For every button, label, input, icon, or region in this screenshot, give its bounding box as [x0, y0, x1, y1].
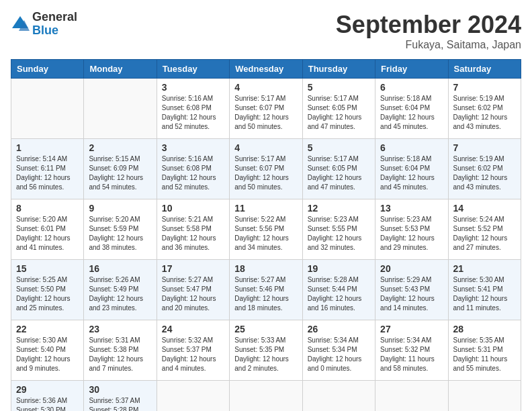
day-number: 14 [453, 203, 516, 214]
day-info: Sunrise: 5:20 AMSunset: 6:01 PMDaylight:… [16, 215, 79, 253]
day-number: 2 [89, 142, 151, 153]
day-info: Sunrise: 5:14 AMSunset: 6:11 PMDaylight:… [16, 154, 79, 192]
calendar-cell: 6Sunrise: 5:18 AMSunset: 6:04 PMDaylight… [375, 139, 448, 199]
day-info: Sunrise: 5:29 AMSunset: 5:43 PMDaylight:… [380, 275, 443, 313]
header-wednesday: Wednesday [230, 60, 302, 79]
calendar-cell [302, 381, 375, 412]
calendar-cell: 20Sunrise: 5:29 AMSunset: 5:43 PMDayligh… [375, 260, 448, 320]
day-info: Sunrise: 5:17 AMSunset: 6:07 PMDaylight:… [234, 154, 297, 192]
day-number: 11 [234, 203, 297, 214]
logo: General Blue [11, 11, 77, 38]
day-number: 4 [234, 82, 297, 93]
day-info: Sunrise: 5:25 AMSunset: 5:50 PMDaylight:… [16, 275, 79, 313]
calendar-cell: 9Sunrise: 5:20 AMSunset: 5:59 PMDaylight… [84, 199, 157, 260]
logo-text: General Blue [32, 11, 77, 38]
day-number: 15 [16, 263, 79, 274]
location: Fukaya, Saitama, Japan [336, 39, 521, 51]
day-info: Sunrise: 5:16 AMSunset: 6:08 PMDaylight:… [162, 94, 224, 132]
header-thursday: Thursday [302, 60, 375, 79]
calendar-cell: 2Sunrise: 5:15 AMSunset: 6:09 PMDaylight… [84, 139, 157, 199]
day-info: Sunrise: 5:23 AMSunset: 5:55 PMDaylight:… [308, 215, 370, 253]
day-info: Sunrise: 5:17 AMSunset: 6:07 PMDaylight:… [234, 94, 297, 132]
calendar-week-row: 15Sunrise: 5:25 AMSunset: 5:50 PMDayligh… [11, 260, 521, 320]
day-number: 19 [308, 263, 370, 274]
calendar-cell: 1Sunrise: 5:14 AMSunset: 6:11 PMDaylight… [11, 139, 84, 199]
calendar-cell: 5Sunrise: 5:17 AMSunset: 6:05 PMDaylight… [302, 139, 375, 199]
day-info: Sunrise: 5:17 AMSunset: 6:05 PMDaylight:… [308, 154, 370, 192]
day-number: 9 [89, 203, 151, 214]
day-info: Sunrise: 5:20 AMSunset: 5:59 PMDaylight:… [89, 215, 151, 253]
calendar-cell [11, 79, 84, 139]
calendar-cell: 30Sunrise: 5:37 AMSunset: 5:28 PMDayligh… [84, 381, 157, 412]
day-number: 10 [162, 203, 224, 214]
calendar-cell: 12Sunrise: 5:23 AMSunset: 5:55 PMDayligh… [302, 199, 375, 260]
calendar-cell: 6Sunrise: 5:18 AMSunset: 6:04 PMDaylight… [375, 79, 448, 139]
logo-general: General [32, 11, 77, 24]
calendar-cell: 13Sunrise: 5:23 AMSunset: 5:53 PMDayligh… [375, 199, 448, 260]
calendar-cell: 14Sunrise: 5:24 AMSunset: 5:52 PMDayligh… [448, 199, 521, 260]
calendar-cell: 27Sunrise: 5:34 AMSunset: 5:32 PMDayligh… [375, 320, 448, 381]
day-info: Sunrise: 5:17 AMSunset: 6:05 PMDaylight:… [308, 94, 370, 132]
calendar-cell: 29Sunrise: 5:36 AMSunset: 5:30 PMDayligh… [11, 381, 84, 412]
day-number: 4 [234, 142, 297, 153]
calendar-cell: 11Sunrise: 5:22 AMSunset: 5:56 PMDayligh… [230, 199, 302, 260]
day-number: 1 [16, 142, 79, 153]
calendar-cell [375, 381, 448, 412]
day-info: Sunrise: 5:19 AMSunset: 6:02 PMDaylight:… [453, 94, 516, 132]
day-info: Sunrise: 5:35 AMSunset: 5:31 PMDaylight:… [453, 336, 516, 373]
day-number: 7 [453, 142, 516, 153]
day-info: Sunrise: 5:31 AMSunset: 5:38 PMDaylight:… [89, 336, 151, 373]
calendar-cell: 16Sunrise: 5:26 AMSunset: 5:49 PMDayligh… [84, 260, 157, 320]
calendar-cell [448, 381, 521, 412]
day-info: Sunrise: 5:34 AMSunset: 5:34 PMDaylight:… [308, 336, 370, 373]
calendar-cell: 18Sunrise: 5:27 AMSunset: 5:46 PMDayligh… [230, 260, 302, 320]
day-info: Sunrise: 5:22 AMSunset: 5:56 PMDaylight:… [234, 215, 297, 253]
day-number: 13 [380, 203, 443, 214]
day-number: 23 [89, 324, 151, 334]
calendar-cell: 4Sunrise: 5:17 AMSunset: 6:07 PMDaylight… [230, 139, 302, 199]
calendar-cell: 7Sunrise: 5:19 AMSunset: 6:02 PMDaylight… [448, 79, 521, 139]
day-info: Sunrise: 5:19 AMSunset: 6:02 PMDaylight:… [453, 154, 516, 192]
day-info: Sunrise: 5:18 AMSunset: 6:04 PMDaylight:… [380, 154, 443, 192]
day-number: 18 [234, 263, 297, 274]
header-friday: Friday [375, 60, 448, 79]
calendar-table: Sunday Monday Tuesday Wednesday Thursday… [11, 59, 521, 411]
day-number: 3 [162, 82, 224, 93]
day-info: Sunrise: 5:37 AMSunset: 5:28 PMDaylight:… [89, 396, 151, 411]
day-number: 7 [453, 82, 516, 93]
calendar-week-row: 1Sunrise: 5:14 AMSunset: 6:11 PMDaylight… [11, 139, 521, 199]
calendar-cell: 8Sunrise: 5:20 AMSunset: 6:01 PMDaylight… [11, 199, 84, 260]
calendar-cell: 28Sunrise: 5:35 AMSunset: 5:31 PMDayligh… [448, 320, 521, 381]
calendar-cell: 5Sunrise: 5:17 AMSunset: 6:05 PMDaylight… [302, 79, 375, 139]
day-number: 30 [89, 384, 151, 395]
logo-blue: Blue [32, 24, 77, 38]
day-number: 22 [16, 324, 79, 334]
day-number: 20 [380, 263, 443, 274]
day-number: 6 [380, 82, 443, 93]
day-number: 17 [162, 263, 224, 274]
calendar-cell: 24Sunrise: 5:32 AMSunset: 5:37 PMDayligh… [157, 320, 229, 381]
days-header-row: Sunday Monday Tuesday Wednesday Thursday… [11, 60, 521, 79]
calendar-cell: 17Sunrise: 5:27 AMSunset: 5:47 PMDayligh… [157, 260, 229, 320]
calendar-cell [230, 381, 302, 412]
header-sunday: Sunday [11, 60, 84, 79]
day-number: 5 [308, 142, 370, 153]
header-tuesday: Tuesday [157, 60, 229, 79]
day-info: Sunrise: 5:27 AMSunset: 5:47 PMDaylight:… [162, 275, 224, 313]
logo-icon [11, 15, 30, 34]
day-info: Sunrise: 5:36 AMSunset: 5:30 PMDaylight:… [16, 396, 79, 411]
day-number: 21 [453, 263, 516, 274]
calendar-cell: 4Sunrise: 5:17 AMSunset: 6:07 PMDaylight… [230, 79, 302, 139]
calendar-cell: 3Sunrise: 5:16 AMSunset: 6:08 PMDaylight… [157, 79, 229, 139]
day-number: 27 [380, 324, 443, 334]
calendar-week-row: 22Sunrise: 5:30 AMSunset: 5:40 PMDayligh… [11, 320, 521, 381]
day-number: 28 [453, 324, 516, 334]
calendar-week-row: 8Sunrise: 5:20 AMSunset: 6:01 PMDaylight… [11, 199, 521, 260]
day-info: Sunrise: 5:26 AMSunset: 5:49 PMDaylight:… [89, 275, 151, 313]
day-info: Sunrise: 5:21 AMSunset: 5:58 PMDaylight:… [162, 215, 224, 253]
day-number: 12 [308, 203, 370, 214]
calendar-cell: 19Sunrise: 5:28 AMSunset: 5:44 PMDayligh… [302, 260, 375, 320]
calendar-cell [84, 79, 157, 139]
day-info: Sunrise: 5:27 AMSunset: 5:46 PMDaylight:… [234, 275, 297, 313]
day-number: 26 [308, 324, 370, 334]
